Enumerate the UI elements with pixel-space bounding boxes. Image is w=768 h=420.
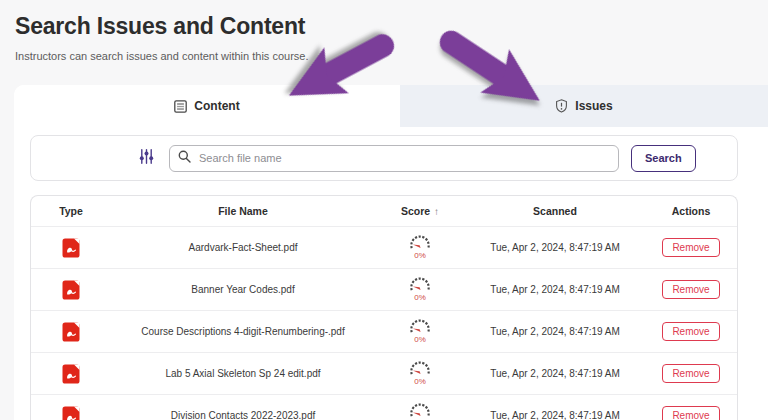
- file-name: Course Descriptions 4-digit-Renumbering-…: [111, 326, 375, 337]
- gauge-icon: [408, 403, 432, 420]
- score-cell: 0%: [375, 319, 465, 344]
- gauge-icon: [408, 319, 432, 336]
- col-header-score[interactable]: Score ↑: [375, 205, 465, 217]
- pdf-file-icon: [31, 406, 111, 420]
- col-header-scanned: Scanned: [465, 205, 645, 217]
- filter-button[interactable]: [136, 146, 157, 170]
- score-value: 0%: [414, 252, 426, 260]
- score-value: 0%: [414, 336, 426, 344]
- scanned-date: Tue, Apr 2, 2024, 8:47:19 AM: [465, 284, 645, 295]
- tab-issues-label: Issues: [575, 99, 612, 113]
- score-cell: 0%: [375, 277, 465, 302]
- search-field: [169, 145, 619, 172]
- page-header: Search Issues and Content Instructors ca…: [0, 0, 768, 62]
- pdf-file-icon: [31, 238, 111, 258]
- remove-button[interactable]: Remove: [662, 322, 719, 341]
- issues-shield-icon: [555, 99, 568, 113]
- search-button[interactable]: Search: [631, 145, 696, 172]
- filter-sliders-icon: [138, 148, 155, 168]
- col-header-file-name: File Name: [111, 205, 375, 217]
- content-icon: [174, 100, 187, 113]
- remove-button[interactable]: Remove: [662, 238, 719, 257]
- score-cell: 0%: [375, 361, 465, 386]
- score-value: 0%: [414, 294, 426, 302]
- content-panel: Content Issues: [14, 85, 768, 420]
- file-name: Division Contacts 2022-2023.pdf: [111, 410, 375, 420]
- tab-bar: Content Issues: [14, 85, 768, 127]
- scanned-date: Tue, Apr 2, 2024, 8:47:19 AM: [465, 410, 645, 420]
- col-header-type: Type: [31, 205, 111, 217]
- search-toolbar: Search: [30, 135, 738, 181]
- gauge-icon: [408, 361, 432, 378]
- remove-button[interactable]: Remove: [662, 364, 719, 383]
- remove-button[interactable]: Remove: [662, 280, 719, 299]
- tab-issues[interactable]: Issues: [400, 85, 768, 127]
- search-input[interactable]: [197, 151, 610, 165]
- score-cell: 0%: [375, 235, 465, 260]
- table-row: Course Descriptions 4-digit-Renumbering-…: [31, 310, 737, 352]
- table-header-row: Type File Name Score ↑ Scanned Actions: [31, 196, 737, 226]
- sort-ascending-icon: ↑: [434, 206, 439, 217]
- gauge-icon: [408, 277, 432, 294]
- file-name: Lab 5 Axial Skeleton Sp 24 edit.pdf: [111, 368, 375, 379]
- screen: Search Issues and Content Instructors ca…: [0, 0, 768, 420]
- page-title: Search Issues and Content: [15, 13, 768, 40]
- scanned-date: Tue, Apr 2, 2024, 8:47:19 AM: [465, 368, 645, 379]
- files-table: Type File Name Score ↑ Scanned Actions: [30, 195, 738, 420]
- gauge-icon: [408, 235, 432, 252]
- pdf-file-icon: [31, 364, 111, 384]
- table-row: Banner Year Codes.pdf 0% Tue, Apr 2, 202…: [31, 268, 737, 310]
- pdf-file-icon: [31, 280, 111, 300]
- tab-content-label: Content: [194, 99, 239, 113]
- score-cell: 0%: [375, 403, 465, 420]
- file-name: Banner Year Codes.pdf: [111, 284, 375, 295]
- page-subtitle: Instructors can search issues and conten…: [15, 50, 768, 62]
- score-value: 0%: [414, 378, 426, 386]
- pdf-file-icon: [31, 322, 111, 342]
- search-icon: [178, 149, 191, 167]
- table-row: Division Contacts 2022-2023.pdf 0% Tue, …: [31, 394, 737, 420]
- table-row: Lab 5 Axial Skeleton Sp 24 edit.pdf 0% T…: [31, 352, 737, 394]
- col-header-actions: Actions: [645, 205, 737, 217]
- tab-content[interactable]: Content: [14, 85, 400, 127]
- scanned-date: Tue, Apr 2, 2024, 8:47:19 AM: [465, 326, 645, 337]
- remove-button[interactable]: Remove: [662, 406, 719, 420]
- scanned-date: Tue, Apr 2, 2024, 8:47:19 AM: [465, 242, 645, 253]
- file-name: Aardvark-Fact-Sheet.pdf: [111, 242, 375, 253]
- table-row: Aardvark-Fact-Sheet.pdf 0% Tue, Apr 2, 2…: [31, 226, 737, 268]
